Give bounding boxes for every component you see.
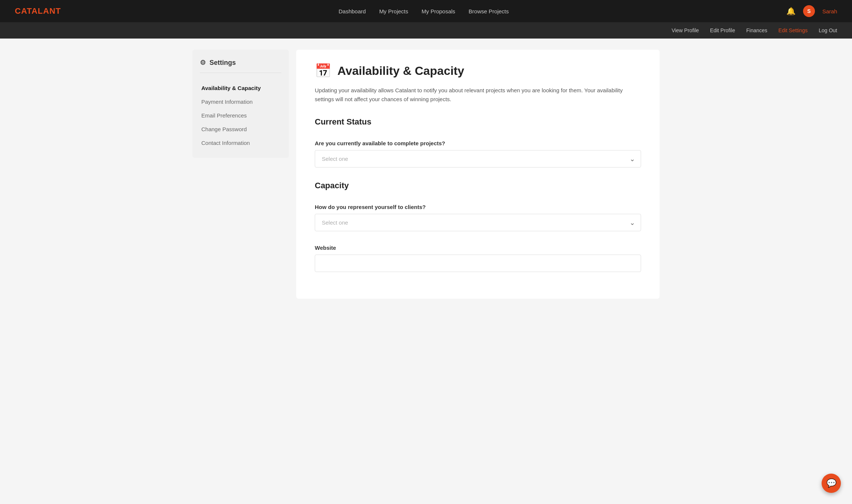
availability-label: Are you currently available to complete …	[315, 140, 641, 146]
page-title: Availability & Capacity	[337, 64, 464, 78]
nav-browse-projects[interactable]: Browse Projects	[469, 8, 509, 14]
page-layout: ⚙ Settings Availability & Capacity Payme…	[185, 50, 667, 299]
website-input[interactable]	[315, 255, 641, 272]
notification-bell-icon[interactable]: 🔔	[786, 7, 796, 16]
subnav-finances[interactable]: Finances	[746, 27, 767, 33]
chat-bubble[interactable]: 💬	[822, 474, 841, 493]
calendar-icon: 📅	[315, 63, 331, 79]
sub-navigation: View Profile Edit Profile Finances Edit …	[0, 22, 852, 39]
represent-select-wrapper: Select one Individual Freelancer Firm / …	[315, 214, 641, 231]
sidebar-item-payment-information[interactable]: Payment Information	[200, 96, 281, 108]
subnav-edit-profile[interactable]: Edit Profile	[710, 27, 735, 33]
represent-select[interactable]: Select one Individual Freelancer Firm / …	[315, 214, 641, 231]
sidebar-item-change-password[interactable]: Change Password	[200, 123, 281, 135]
subnav-log-out[interactable]: Log Out	[819, 27, 837, 33]
main-nav: Dashboard My Projects My Proposals Brows…	[339, 8, 509, 14]
user-area: 🔔 S Sarah	[786, 5, 837, 17]
logo-text: CATALANT	[15, 6, 61, 16]
sidebar: ⚙ Settings Availability & Capacity Payme…	[192, 50, 289, 158]
gear-icon: ⚙	[200, 59, 206, 67]
availability-select[interactable]: Select one Yes, I am available No, I am …	[315, 150, 641, 168]
sidebar-item-availability-capacity[interactable]: Availability & Capacity	[200, 82, 281, 94]
page-description: Updating your availability allows Catala…	[315, 86, 634, 104]
current-status-section: Current Status Are you currently availab…	[315, 117, 641, 168]
sidebar-item-contact-information[interactable]: Contact Information	[200, 137, 281, 149]
nav-dashboard[interactable]: Dashboard	[339, 8, 366, 14]
website-form-group: Website	[315, 245, 641, 272]
logo[interactable]: CATALANT	[15, 6, 61, 16]
represent-form-group: How do you represent yourself to clients…	[315, 204, 641, 231]
availability-select-wrapper: Select one Yes, I am available No, I am …	[315, 150, 641, 168]
sidebar-title-text: Settings	[209, 59, 236, 67]
sidebar-menu: Availability & Capacity Payment Informat…	[200, 82, 281, 149]
capacity-section: Capacity How do you represent yourself t…	[315, 181, 641, 272]
sidebar-title: ⚙ Settings	[200, 59, 281, 73]
subnav-view-profile[interactable]: View Profile	[671, 27, 699, 33]
avatar[interactable]: S	[803, 5, 815, 17]
page-header: 📅 Availability & Capacity	[315, 63, 641, 79]
sidebar-item-email-preferences[interactable]: Email Preferences	[200, 109, 281, 122]
availability-form-group: Are you currently available to complete …	[315, 140, 641, 168]
current-status-title: Current Status	[315, 117, 641, 131]
nav-my-projects[interactable]: My Projects	[379, 8, 408, 14]
subnav-edit-settings[interactable]: Edit Settings	[779, 27, 808, 33]
user-name[interactable]: Sarah	[822, 8, 837, 14]
top-navigation: CATALANT Dashboard My Projects My Propos…	[0, 0, 852, 22]
capacity-title: Capacity	[315, 181, 641, 195]
website-label: Website	[315, 245, 641, 251]
main-content: 📅 Availability & Capacity Updating your …	[296, 50, 660, 299]
represent-label: How do you represent yourself to clients…	[315, 204, 641, 210]
chat-icon: 💬	[826, 478, 836, 488]
nav-my-proposals[interactable]: My Proposals	[422, 8, 455, 14]
